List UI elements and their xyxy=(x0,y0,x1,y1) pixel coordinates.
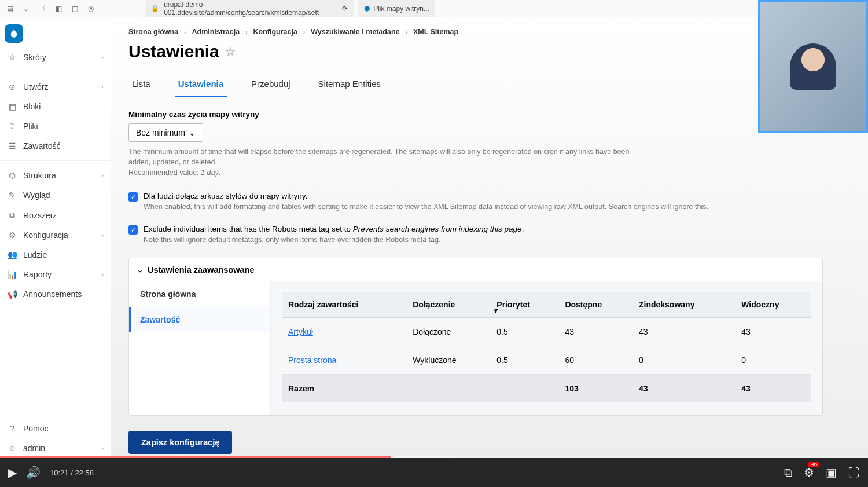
help-icon: ? xyxy=(7,424,17,433)
breadcrumb-item[interactable]: XML Sitemap xyxy=(413,28,458,36)
video-controls: ▶ 🔊 10:21 / 22:58 ⧉ ⚙HD ▣ ⛶ xyxy=(0,458,868,487)
people-icon: 👥 xyxy=(7,250,17,259)
content-types-table: Rodzaj zawartościDołączeniePriorytetDost… xyxy=(282,292,811,402)
sidebar-item-label: Struktura xyxy=(23,171,56,180)
tab-przebuduj[interactable]: Przebuduj xyxy=(248,73,294,97)
main-content: Strona główna›Administracja›Konfiguracja… xyxy=(111,17,868,458)
app-icon-1[interactable]: ◧ xyxy=(53,3,64,14)
min-lifetime-select[interactable]: Bez minimum ⌄ xyxy=(128,123,203,142)
secondary-tab[interactable]: ⬢ Plik mapy witryn... xyxy=(358,0,435,19)
min-lifetime-value: Bez minimum xyxy=(136,128,185,137)
miniplayer-icon[interactable]: ▣ xyxy=(826,466,837,479)
drupal-logo[interactable] xyxy=(5,24,23,43)
sidebar-item-skróty[interactable]: ☆Skróty› xyxy=(0,47,111,67)
video-time: 10:21 / 22:58 xyxy=(50,468,94,477)
sidebar-item-label: Konfiguracja xyxy=(23,230,68,240)
sidebar-item-pliki[interactable]: 🗎Pliki xyxy=(0,116,111,136)
settings-icon[interactable]: ⚙HD xyxy=(804,466,814,479)
chevron-right-icon: › xyxy=(101,53,104,61)
lock-icon: 🔒 xyxy=(151,5,159,12)
sidebar-item-zawartość[interactable]: ☰Zawartość xyxy=(0,136,111,156)
table-total-row: Razem1034343 xyxy=(282,375,811,403)
breadcrumb-item[interactable]: Wyszukiwanie i metadane xyxy=(311,28,399,36)
min-lifetime-help: The minimum amount of time that will ela… xyxy=(128,147,649,178)
back-icon[interactable]: 〈 xyxy=(37,3,47,14)
tab-lista[interactable]: Lista xyxy=(128,73,154,97)
table-row: ArtykułDołączone0.5434343 xyxy=(282,318,811,346)
xsl-checkbox-label: Dla ludzi dołącz arkusz stylów do mapy w… xyxy=(144,192,708,200)
advanced-settings-title: Ustawienia zaawansowane xyxy=(148,265,255,274)
chevron-down-icon: ⌄ xyxy=(137,266,143,274)
volume-icon[interactable]: 🔊 xyxy=(26,466,41,479)
table-header: Dostępne xyxy=(559,292,633,318)
breadcrumb-item[interactable]: Strona główna xyxy=(128,28,178,36)
sidebar-item-label: Pomoc xyxy=(23,424,49,433)
hd-badge: HD xyxy=(808,462,819,467)
sidebar-item-rozszerz[interactable]: ⧉Rozszerz xyxy=(0,205,111,225)
xsl-checkbox[interactable]: ✓ xyxy=(128,192,138,202)
sidebar-item-ludzie[interactable]: 👥Ludzie xyxy=(0,245,111,265)
announce-icon: 📢 xyxy=(7,290,17,299)
grid-icon: ▦ xyxy=(7,102,17,111)
app-icon-2[interactable]: ◫ xyxy=(69,3,80,14)
sidebar-item-admin[interactable]: ☺admin› xyxy=(0,438,111,458)
sidebar-item-raporty[interactable]: 📊Raporty› xyxy=(0,265,111,284)
chevron-right-icon: › xyxy=(406,29,407,35)
user-icon: ☺ xyxy=(7,444,17,453)
breadcrumb-item[interactable]: Konfiguracja xyxy=(253,28,297,36)
robots-checkbox[interactable]: ✓ xyxy=(128,225,138,235)
sidebar-item-label: Wygląd xyxy=(23,191,50,200)
doc-icon: ☰ xyxy=(7,141,17,151)
presenter-webcam xyxy=(758,0,868,133)
sidebar-item-label: Ludzie xyxy=(23,250,47,259)
tab-sitemap-entities[interactable]: Sitemap Entities xyxy=(315,73,384,97)
tab-ustawienia[interactable]: Ustawienia xyxy=(175,73,227,97)
vtab-strona-główna[interactable]: Strona główna xyxy=(129,281,270,307)
save-button[interactable]: Zapisz konfigurację xyxy=(128,431,232,454)
advanced-settings-toggle[interactable]: ⌄ Ustawienia zaawansowane xyxy=(129,258,822,281)
struct-icon: ⌬ xyxy=(7,171,17,180)
reload-icon[interactable]: ⟳ xyxy=(342,5,348,13)
sidebar-item-wygląd[interactable]: ✎Wygląd xyxy=(0,185,111,205)
table-row: Prosta stronaWykluczone0.56000 xyxy=(282,346,811,375)
page-title: Ustawienia xyxy=(128,42,219,61)
vertical-tabs: Strona głównaZawartość xyxy=(129,281,271,415)
content-type-link[interactable]: Artykuł xyxy=(288,327,313,336)
breadcrumb-item[interactable]: Administracja xyxy=(192,28,240,36)
vtab-zawartość[interactable]: Zawartość xyxy=(129,307,270,332)
chevron-down-icon: ⌄ xyxy=(189,128,196,137)
robots-checkbox-help: Note this will ignore default metatags, … xyxy=(144,236,524,244)
brush-icon: ✎ xyxy=(7,191,17,200)
captions-icon[interactable]: ⧉ xyxy=(784,466,792,479)
sidebar-item-label: Zawartość xyxy=(23,141,61,151)
min-lifetime-label: Minimalny czas życia mapy witryny xyxy=(128,110,823,119)
sidebar-item-announcements[interactable]: 📢Announcements xyxy=(0,284,111,304)
chevron-right-icon: › xyxy=(101,444,104,452)
app-icon-3[interactable]: ◎ xyxy=(86,3,96,14)
sidebar-item-label: Pliki xyxy=(23,122,38,131)
sliders-icon: ⚙ xyxy=(7,230,17,240)
play-icon[interactable]: ▶ xyxy=(8,466,17,479)
sidebar-toggle-icon[interactable]: ▤ xyxy=(5,3,15,14)
url-bar[interactable]: 🔒 drupal-demo-001.ddev.site/admin/config… xyxy=(145,0,354,19)
favorite-star-icon[interactable]: ☆ xyxy=(225,45,236,58)
xsl-checkbox-help: When enabled, this will add formatting a… xyxy=(144,203,708,211)
sidebar-item-label: Skróty xyxy=(23,53,46,62)
table-header: Widoczny xyxy=(735,292,811,318)
progress-bar[interactable] xyxy=(0,456,868,458)
sidebar-item-pomoc[interactable]: ?Pomoc xyxy=(0,419,111,438)
plus-icon: ⊕ xyxy=(7,82,17,91)
sidebar-item-struktura[interactable]: ⌬Struktura› xyxy=(0,166,111,185)
puzzle-icon: ⧉ xyxy=(7,210,17,220)
fullscreen-icon[interactable]: ⛶ xyxy=(848,466,860,479)
sidebar-item-utwórz[interactable]: ⊕Utwórz› xyxy=(0,77,111,97)
dropdown-icon[interactable]: ⌄ xyxy=(21,3,31,14)
content-type-link[interactable]: Prosta strona xyxy=(288,356,336,365)
advanced-settings: ⌄ Ustawienia zaawansowane Strona głównaZ… xyxy=(128,258,823,416)
table-header: Dołączenie xyxy=(407,292,491,318)
sidebar-item-bloki[interactable]: ▦Bloki xyxy=(0,97,111,116)
chevron-right-icon: › xyxy=(101,231,104,239)
sidebar-item-label: Rozszerz xyxy=(23,211,57,220)
star-icon: ☆ xyxy=(7,53,17,62)
sidebar-item-konfiguracja[interactable]: ⚙Konfiguracja› xyxy=(0,225,111,245)
